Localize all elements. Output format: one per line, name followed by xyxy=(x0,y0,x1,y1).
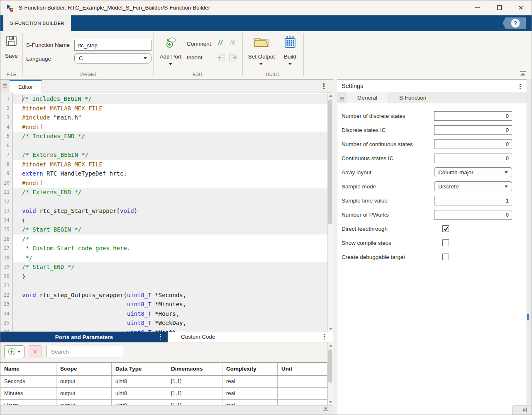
cell[interactable]: [1,1] xyxy=(167,388,222,399)
minimize-button[interactable] xyxy=(467,0,488,15)
cell[interactable]: Seconds xyxy=(0,376,56,387)
settings-row-show-compile-steps: Show compile steps xyxy=(342,236,512,250)
editor-scroll-thumb[interactable] xyxy=(328,100,332,224)
vertical-splitter[interactable] xyxy=(333,79,337,415)
titlebar: S-Function Builder: RTC_Example_Model_S_… xyxy=(0,0,532,15)
settings-dropdown-array-layout[interactable]: Column-major xyxy=(434,167,512,177)
grip-icon xyxy=(339,95,345,102)
ports-menu-kebab-icon[interactable] xyxy=(158,332,163,341)
expand-right-button[interactable] xyxy=(523,408,527,412)
settings-input-number-of-continuous-states[interactable] xyxy=(434,139,512,149)
delete-port-row-button[interactable]: ✕ xyxy=(29,345,41,358)
tab-editor[interactable]: Editor xyxy=(10,80,42,93)
right-collapsed-strip[interactable] xyxy=(527,79,532,405)
cell[interactable]: real xyxy=(222,388,278,399)
column-header-dimensions[interactable]: Dimensions xyxy=(167,363,222,375)
tab-custom-code[interactable]: Custom Code xyxy=(168,332,333,342)
ports-scroll-thumb[interactable] xyxy=(328,349,332,383)
column-header-scope[interactable]: Scope xyxy=(56,363,112,375)
tab-ports-and-parameters[interactable]: Ports and Parameters xyxy=(0,332,168,342)
cell[interactable]: real xyxy=(222,400,278,405)
column-header-data-type[interactable]: Data Type xyxy=(112,363,167,375)
settings-input-discrete-states-ic[interactable] xyxy=(434,125,512,135)
cell[interactable]: [1,1] xyxy=(167,376,222,387)
maximize-button[interactable] xyxy=(488,0,510,15)
set-output-chevron-icon[interactable] xyxy=(259,63,263,65)
collapse-panel-button[interactable] xyxy=(323,408,328,411)
settings-input-continuous-states-ic[interactable] xyxy=(434,154,512,163)
table-row-seconds[interactable]: Secondsoutputuint8[1,1]real xyxy=(0,376,327,388)
cell[interactable]: uint8 xyxy=(112,388,167,399)
cell[interactable]: uint8 xyxy=(112,400,167,405)
close-button[interactable]: ✕ xyxy=(510,0,532,15)
cell[interactable]: output xyxy=(56,376,112,387)
column-header-complexity[interactable]: Complexity xyxy=(222,363,278,375)
code-line-4[interactable]: #endif xyxy=(13,122,327,132)
code-editor[interactable]: 1234567891011121314151617181920212223242… xyxy=(0,93,327,332)
editor-menu-kebab-icon[interactable] xyxy=(322,82,326,90)
cell[interactable]: uint8 xyxy=(112,376,167,387)
code-line-17[interactable]: * Custom Start code goes here. xyxy=(13,244,327,253)
cell[interactable]: [1,1] xyxy=(167,400,222,405)
comment-icon[interactable]: // xyxy=(218,39,222,47)
settings-menu-kebab-icon[interactable] xyxy=(518,82,522,91)
add-port-button[interactable]: Add Port xyxy=(157,54,184,60)
tab-s-function-builder[interactable]: S-FUNCTION BUILDER xyxy=(3,15,71,31)
settings-input-number-of-pworks[interactable] xyxy=(434,210,512,220)
tab-general[interactable]: General xyxy=(347,92,388,103)
settings-input-number-of-discrete-states[interactable] xyxy=(434,111,512,121)
code-line-3[interactable]: #include "main.h" xyxy=(13,113,327,122)
table-row-hours[interactable]: Hoursoutputuint8[1,1]real xyxy=(0,400,327,405)
settings-panel-grip[interactable] xyxy=(337,92,347,103)
cell[interactable] xyxy=(278,400,327,405)
settings-row-sample-time-value: Sample time value xyxy=(342,193,512,208)
cell[interactable]: real xyxy=(222,376,278,387)
table-row-minutes[interactable]: Minutesoutputuint8[1,1]real xyxy=(0,388,327,400)
help-button[interactable]: ? xyxy=(503,17,526,29)
set-output-button[interactable]: Set Output xyxy=(246,54,277,60)
settings-checkbox-create-debuggable-target[interactable] xyxy=(442,254,449,260)
build-chevron-icon[interactable] xyxy=(288,63,292,65)
search-input[interactable] xyxy=(51,349,124,355)
build-button[interactable]: Build xyxy=(282,54,298,60)
code-line-16[interactable]: /* xyxy=(13,234,327,244)
line-number: 25 xyxy=(0,318,12,328)
bottom-right-corner-bar xyxy=(512,405,532,415)
collapse-ribbon-button[interactable] xyxy=(520,71,526,76)
editor-panel-grip[interactable] xyxy=(0,80,10,93)
settings-checkbox-direct-feedthrough[interactable] xyxy=(442,225,449,232)
settings-row-array-layout: Array layoutColumn-major xyxy=(342,165,512,179)
cell[interactable]: Minutes xyxy=(0,388,56,399)
ports-scrollbar[interactable] xyxy=(327,342,333,405)
cell[interactable]: output xyxy=(56,400,112,405)
custom-code-menu-kebab-icon[interactable] xyxy=(322,332,327,341)
language-dropdown[interactable]: C xyxy=(74,53,151,63)
tab-s-function[interactable]: S-Function xyxy=(388,92,437,103)
code-line-9[interactable]: extern RTC_HandleTypeDef hrtc; xyxy=(13,169,327,178)
help-icon: ? xyxy=(511,19,520,28)
settings-dropdown-sample-mode[interactable]: Discrete xyxy=(434,181,512,191)
indent-button[interactable]: Indent xyxy=(187,54,203,61)
splitter-handle[interactable] xyxy=(527,314,529,320)
code-line-2[interactable]: #ifndef MATLAB_MEX_FILE xyxy=(13,104,327,113)
code-line-18[interactable]: */ xyxy=(13,253,327,263)
cell[interactable] xyxy=(278,376,327,387)
settings-checkbox-show-compile-steps[interactable] xyxy=(442,239,449,246)
settings-title: Settings xyxy=(342,83,363,89)
save-button[interactable]: Save xyxy=(0,53,22,59)
comment-button[interactable]: Comment xyxy=(187,41,211,47)
editor-panel: Editor 123456789101112131415161718192021… xyxy=(0,79,333,332)
cell[interactable]: output xyxy=(56,388,112,399)
sfunction-name-input[interactable] xyxy=(74,40,151,51)
settings-input-sample-time-value[interactable] xyxy=(434,196,512,205)
code-line-10[interactable]: #endif xyxy=(13,178,327,188)
editor-scrollbar[interactable] xyxy=(327,93,333,332)
settings-label-create-debuggable-target: Create debuggable target xyxy=(342,254,434,260)
column-header-unit[interactable]: Unit xyxy=(278,363,327,375)
cell[interactable]: Hours xyxy=(0,400,56,405)
add-port-row-button[interactable] xyxy=(4,345,24,358)
column-header-name[interactable]: Name xyxy=(0,363,56,375)
cell[interactable] xyxy=(278,388,327,399)
code-line-8[interactable]: #ifndef MATLAB_MEX_FILE xyxy=(13,160,327,169)
add-port-chevron-icon[interactable] xyxy=(169,63,172,65)
